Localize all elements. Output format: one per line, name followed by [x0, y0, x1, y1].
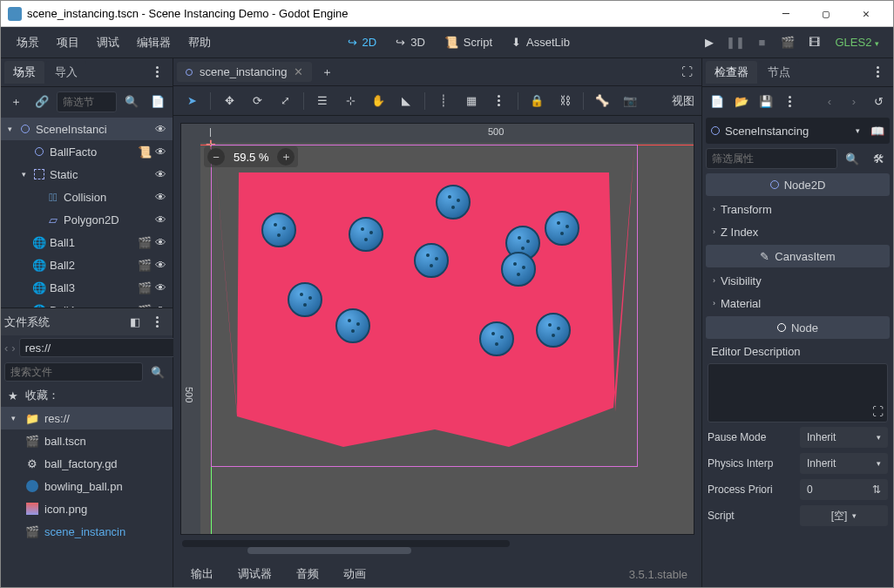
- snap-options-icon[interactable]: [488, 90, 511, 112]
- distraction-free-icon[interactable]: ⛶: [675, 61, 698, 84]
- filesystem-split-icon[interactable]: ◧: [124, 311, 146, 334]
- script-dropdown[interactable]: [空]▾: [800, 505, 888, 526]
- bottom-tab-animation[interactable]: 动画: [333, 563, 376, 585]
- window-maximize-button[interactable]: ▢: [806, 1, 846, 27]
- ruler-tool-icon[interactable]: ◣: [395, 90, 417, 112]
- zoom-out-button[interactable]: −: [207, 148, 225, 166]
- bone-icon[interactable]: 🦴: [591, 90, 613, 112]
- scene-tab-0[interactable]: scene_instancing ✕: [177, 62, 312, 82]
- menu-help[interactable]: 帮助: [179, 31, 220, 54]
- node-signal-icon[interactable]: 🎬: [138, 281, 152, 294]
- history-fwd-icon[interactable]: ›: [843, 91, 865, 113]
- close-icon[interactable]: ✕: [294, 65, 303, 78]
- add-node-button[interactable]: ＋: [4, 91, 27, 113]
- tree-node-polygon2d[interactable]: ▱Polygon2D👁: [1, 208, 173, 231]
- ball-node[interactable]: [288, 282, 322, 317]
- menu-editor[interactable]: 编辑器: [128, 31, 179, 54]
- tree-node-sceneinstanci[interactable]: ▾SceneInstanci👁: [1, 118, 173, 140]
- ball-node[interactable]: [501, 252, 536, 287]
- resource-extras-icon[interactable]: [779, 91, 802, 113]
- section-canvasitem[interactable]: ✎ CanvasItem: [706, 245, 890, 267]
- section-node[interactable]: Node: [706, 316, 890, 339]
- fs-back-button[interactable]: ‹: [4, 336, 8, 359]
- workspace-tab-3d[interactable]: ↪ 3D: [387, 32, 434, 52]
- cat-visibility[interactable]: ›Visibility: [706, 269, 890, 292]
- inspector-search-icon[interactable]: 🔍: [841, 147, 864, 170]
- filesystem-more-icon[interactable]: [146, 311, 169, 334]
- new-scene-button[interactable]: ＋: [315, 61, 338, 84]
- fs-item-ball_factory.gd[interactable]: ⚙ball_factory.gd: [1, 452, 173, 475]
- menu-debug[interactable]: 调试: [88, 31, 128, 54]
- tree-node-ball4[interactable]: 🌐Ball4🎬👁: [1, 299, 173, 308]
- fs-search-input[interactable]: [4, 362, 143, 382]
- physics-interp-dropdown[interactable]: Inherit▾: [800, 453, 888, 474]
- inspector-tools-icon[interactable]: 🛠: [867, 147, 890, 170]
- bottom-tab-output[interactable]: 输出: [180, 563, 224, 585]
- lock-icon[interactable]: 🔒: [525, 90, 548, 112]
- history-back-icon[interactable]: ‹: [818, 91, 841, 113]
- zoom-value[interactable]: 59.5 %: [228, 151, 274, 164]
- attach-script-button[interactable]: 📄: [146, 91, 169, 113]
- tree-node-ball3[interactable]: 🌐Ball3🎬👁: [1, 276, 173, 299]
- tab-import[interactable]: 导入: [46, 61, 86, 84]
- cat-zindex[interactable]: ›Z Index: [706, 220, 890, 243]
- visibility-icon[interactable]: 👁: [155, 123, 169, 136]
- fs-item-icon.png[interactable]: icon.png: [1, 497, 173, 520]
- doc-icon[interactable]: 📖: [870, 125, 884, 138]
- ball-node[interactable]: [414, 243, 449, 278]
- tab-scene[interactable]: 场景: [4, 61, 44, 84]
- select-tool-icon[interactable]: ➤: [180, 90, 203, 112]
- rotate-tool-icon[interactable]: ⟳: [246, 90, 268, 112]
- fs-item-bowling_ball.pn[interactable]: bowling_ball.pn: [1, 475, 173, 497]
- inspector-filter-input[interactable]: [706, 148, 837, 169]
- view-menu[interactable]: 视图: [672, 93, 694, 109]
- expand-arrow-icon[interactable]: ▾: [18, 170, 29, 179]
- canvas-content[interactable]: ✛: [200, 143, 694, 534]
- ball-node[interactable]: [479, 321, 514, 356]
- play-scene-button[interactable]: 🎬: [775, 30, 800, 55]
- visibility-icon[interactable]: 👁: [155, 145, 169, 159]
- pan-tool-icon[interactable]: ✋: [367, 90, 389, 112]
- workspace-tab-assetlib[interactable]: ⬇ AssetLib: [503, 32, 579, 52]
- scene-filter-search-icon[interactable]: 🔍: [120, 91, 143, 113]
- play-custom-scene-button[interactable]: 🎞: [802, 30, 826, 55]
- workspace-tab-2d[interactable]: ↪ 2D: [339, 32, 386, 52]
- pause-mode-dropdown[interactable]: Inherit▾: [800, 427, 888, 448]
- visibility-icon[interactable]: 👁: [155, 236, 169, 249]
- scale-tool-icon[interactable]: ⤢: [274, 90, 296, 112]
- window-minimize-button[interactable]: ─: [766, 1, 806, 27]
- inspector-node-select[interactable]: SceneInstancing ▾ 📖: [706, 118, 890, 144]
- override-camera-icon[interactable]: 📷: [619, 90, 641, 112]
- scene-tree[interactable]: ▾SceneInstanci👁BallFacto📜👁▾Static👁�⃟Coll…: [1, 116, 173, 308]
- ball-node[interactable]: [349, 217, 383, 252]
- panel-more-icon[interactable]: [146, 61, 169, 84]
- process-priority-input[interactable]: 0⇅: [800, 479, 888, 500]
- instance-scene-button[interactable]: 🔗: [30, 91, 53, 113]
- load-resource-icon[interactable]: 📂: [730, 91, 753, 113]
- history-icon[interactable]: ↺: [867, 91, 890, 113]
- menu-scene[interactable]: 场景: [8, 31, 48, 54]
- filesystem-tree[interactable]: ★ 收藏： ▾ 📁 res:// 🎬ball.tscn⚙ball_factory…: [1, 384, 173, 587]
- cat-transform[interactable]: ›Transform: [706, 198, 890, 220]
- node-signal-icon[interactable]: 📜: [138, 145, 152, 159]
- editor-description-input[interactable]: ⛶: [708, 363, 888, 422]
- tab-node[interactable]: 节点: [759, 61, 799, 84]
- fs-item-scene_instancin[interactable]: 🎬scene_instancin: [1, 520, 173, 543]
- tree-node-ballfacto[interactable]: BallFacto📜👁: [1, 140, 173, 163]
- ball-node[interactable]: [545, 211, 579, 246]
- node-signal-icon[interactable]: 🎬: [138, 236, 152, 249]
- ball-node[interactable]: [436, 185, 471, 220]
- workspace-tab-script[interactable]: 📜 Script: [436, 32, 501, 52]
- pivot-tool-icon[interactable]: ⊹: [339, 90, 362, 112]
- expand-arrow-icon[interactable]: ▾: [4, 125, 15, 133]
- grid-snap-icon[interactable]: ▦: [460, 90, 483, 112]
- visibility-icon[interactable]: 👁: [155, 213, 169, 226]
- tree-node-ball2[interactable]: 🌐Ball2🎬👁: [1, 253, 173, 276]
- smart-snap-icon[interactable]: ┊: [432, 90, 455, 112]
- visibility-icon[interactable]: 👁: [155, 281, 169, 294]
- save-resource-icon[interactable]: 💾: [755, 91, 777, 113]
- tree-node-collision[interactable]: �⃟Collision👁: [1, 186, 173, 208]
- ball-node[interactable]: [335, 308, 370, 343]
- fs-folder-res[interactable]: ▾ 📁 res://: [1, 407, 173, 429]
- fs-search-icon[interactable]: 🔍: [146, 361, 169, 383]
